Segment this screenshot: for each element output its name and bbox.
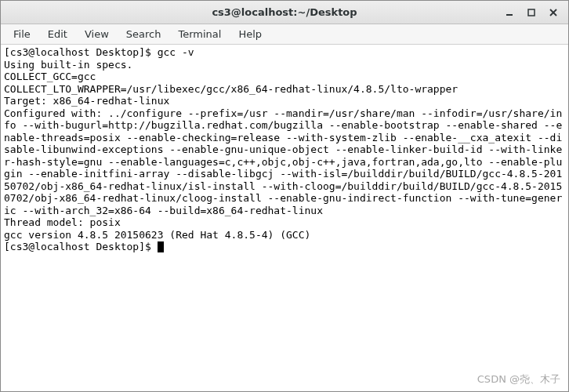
terminal-window: cs3@localhost:~/Desktop File Edi [0, 0, 569, 392]
shell-prompt: [cs3@localhost Desktop]$ [4, 241, 158, 252]
svg-rect-1 [528, 9, 535, 16]
command-output: Using built-in specs. COLLECT_GCC=gcc CO… [4, 59, 562, 241]
shell-prompt: [cs3@localhost Desktop]$ [4, 46, 158, 58]
minimize-icon [506, 9, 513, 16]
menubar: File Edit View Search Terminal Help [1, 24, 568, 45]
terminal-area[interactable]: [cs3@localhost Desktop]$ gcc -v Using bu… [1, 45, 568, 391]
maximize-icon [527, 9, 535, 16]
maximize-button[interactable] [521, 4, 542, 21]
menu-terminal[interactable]: Terminal [170, 27, 229, 42]
text-cursor [158, 241, 164, 252]
titlebar: cs3@localhost:~/Desktop [1, 1, 568, 24]
menu-file[interactable]: File [5, 27, 38, 42]
menu-view[interactable]: View [77, 27, 117, 42]
menu-edit[interactable]: Edit [40, 27, 75, 42]
close-icon [549, 9, 557, 16]
window-title: cs3@localhost:~/Desktop [1, 6, 568, 18]
menu-help[interactable]: Help [230, 27, 270, 42]
window-controls [499, 4, 568, 21]
close-button[interactable] [543, 4, 564, 21]
menu-search[interactable]: Search [118, 27, 169, 42]
minimize-button[interactable] [499, 4, 520, 21]
command-text: gcc -v [158, 46, 194, 58]
svg-rect-0 [506, 14, 513, 16]
